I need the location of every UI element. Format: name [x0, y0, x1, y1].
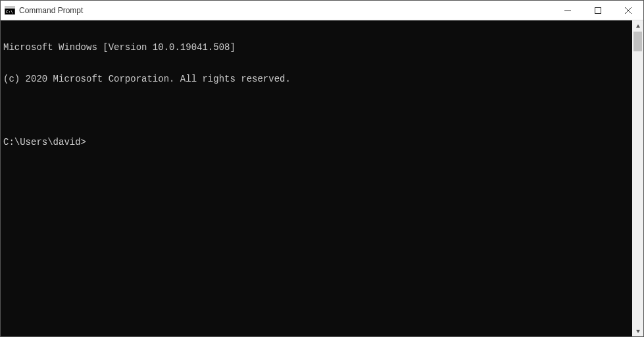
- titlebar[interactable]: C:\ Command Prompt: [1, 1, 643, 20]
- app-icon: C:\: [5, 5, 15, 16]
- svg-marker-8: [636, 330, 640, 333]
- scroll-up-button[interactable]: [632, 20, 643, 32]
- scroll-down-button[interactable]: [632, 325, 643, 336]
- vertical-scrollbar[interactable]: [632, 20, 643, 336]
- console-line: Microsoft Windows [Version 10.0.19041.50…: [3, 42, 630, 53]
- maximize-button[interactable]: [583, 1, 613, 20]
- scrollbar-track[interactable]: [632, 32, 643, 325]
- svg-marker-7: [636, 24, 640, 28]
- console-line: (c) 2020 Microsoft Corporation. All righ…: [3, 74, 630, 84]
- window-controls: [553, 1, 643, 20]
- console-output[interactable]: Microsoft Windows [Version 10.0.19041.50…: [1, 20, 632, 336]
- console-prompt[interactable]: C:\Users\david>: [3, 137, 630, 147]
- window-title: Command Prompt: [19, 6, 83, 15]
- close-button[interactable]: [613, 1, 643, 20]
- console-area: Microsoft Windows [Version 10.0.19041.50…: [1, 20, 643, 336]
- command-prompt-window: C:\ Command Prompt Microsoft Windows [Ve…: [0, 0, 644, 337]
- scrollbar-thumb[interactable]: [633, 32, 642, 51]
- minimize-button[interactable]: [553, 1, 583, 20]
- svg-rect-1: [5, 7, 15, 9]
- svg-text:C:\: C:\: [6, 9, 13, 14]
- console-line-blank: [3, 105, 630, 116]
- svg-rect-4: [595, 7, 601, 13]
